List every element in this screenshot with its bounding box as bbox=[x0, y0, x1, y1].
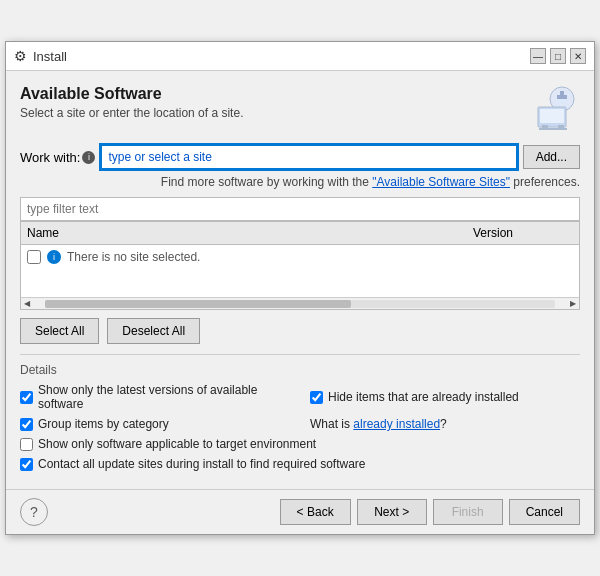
svg-rect-8 bbox=[557, 95, 567, 99]
horizontal-scrollbar-area: ◀ ▶ bbox=[21, 269, 579, 309]
svg-rect-2 bbox=[540, 109, 564, 123]
row-info-icon: i bbox=[47, 250, 61, 264]
col-version-header: Version bbox=[473, 226, 573, 240]
deselect-all-button[interactable]: Deselect All bbox=[107, 318, 200, 344]
page-subtitle: Select a site or enter the location of a… bbox=[20, 106, 243, 120]
checkbox-latest-versions[interactable] bbox=[20, 391, 33, 404]
checkbox-row-already-installed: What is already installed? bbox=[310, 417, 580, 431]
close-button[interactable]: ✕ bbox=[570, 48, 586, 64]
find-more-suffix: preferences. bbox=[510, 175, 580, 189]
checkbox-contact-update-sites-label: Contact all update sites during install … bbox=[38, 457, 366, 471]
scroll-thumb[interactable] bbox=[45, 300, 351, 308]
row-checkbox[interactable] bbox=[27, 250, 41, 264]
work-with-input[interactable] bbox=[101, 145, 516, 169]
title-bar-left: ⚙ Install bbox=[14, 48, 67, 64]
header-text: Available Software Select a site or ente… bbox=[20, 85, 243, 120]
checkbox-row-2: Hide items that are already installed bbox=[310, 383, 580, 411]
checkbox-group-by-category-label: Group items by category bbox=[38, 417, 169, 431]
svg-rect-3 bbox=[542, 125, 548, 128]
svg-rect-4 bbox=[558, 125, 564, 128]
finish-button[interactable]: Finish bbox=[433, 499, 503, 525]
select-all-button[interactable]: Select All bbox=[20, 318, 99, 344]
work-with-label: Work with: i bbox=[20, 150, 95, 165]
col-name-header: Name bbox=[27, 226, 473, 240]
find-more-row: Find more software by working with the "… bbox=[20, 175, 580, 189]
title-bar: ⚙ Install — □ ✕ bbox=[6, 42, 594, 71]
maximize-button[interactable]: □ bbox=[550, 48, 566, 64]
footer: ? < Back Next > Finish Cancel bbox=[6, 489, 594, 534]
header-icon bbox=[532, 85, 580, 133]
scroll-track bbox=[45, 300, 555, 308]
main-content: Available Software Select a site or ente… bbox=[6, 71, 594, 489]
already-installed-link[interactable]: already installed bbox=[353, 417, 440, 431]
table-row: i There is no site selected. bbox=[21, 245, 579, 269]
software-table: Name Version i There is no site selected… bbox=[20, 221, 580, 310]
help-button[interactable]: ? bbox=[20, 498, 48, 526]
details-section: Details Show only the latest versions of… bbox=[20, 363, 580, 471]
footer-buttons: < Back Next > Finish Cancel bbox=[280, 499, 580, 525]
window-title: Install bbox=[33, 49, 67, 64]
scroll-left-btn[interactable]: ◀ bbox=[21, 299, 33, 308]
svg-rect-5 bbox=[539, 128, 567, 130]
checkbox-contact-update-sites[interactable] bbox=[20, 458, 33, 471]
back-button[interactable]: < Back bbox=[280, 499, 351, 525]
selection-buttons: Select All Deselect All bbox=[20, 310, 580, 352]
scroll-right-btn[interactable]: ▶ bbox=[567, 299, 579, 308]
title-bar-controls: — □ ✕ bbox=[530, 48, 586, 64]
find-more-text: Find more software by working with the bbox=[161, 175, 372, 189]
separator bbox=[20, 354, 580, 355]
checkbox-row-5: Contact all update sites during install … bbox=[20, 457, 580, 471]
empty-row-label: There is no site selected. bbox=[67, 250, 200, 264]
cancel-button[interactable]: Cancel bbox=[509, 499, 580, 525]
install-window: ⚙ Install — □ ✕ Available Software Selec… bbox=[5, 41, 595, 535]
checkbox-target-environment-label: Show only software applicable to target … bbox=[38, 437, 316, 451]
work-with-row: Work with: i Add... bbox=[20, 145, 580, 169]
table-header: Name Version bbox=[21, 222, 579, 245]
checkbox-hide-installed[interactable] bbox=[310, 391, 323, 404]
checkboxes-grid: Show only the latest versions of availab… bbox=[20, 383, 580, 471]
checkbox-group-by-category[interactable] bbox=[20, 418, 33, 431]
add-button[interactable]: Add... bbox=[523, 145, 580, 169]
checkbox-hide-installed-label: Hide items that are already installed bbox=[328, 390, 519, 404]
minimize-button[interactable]: — bbox=[530, 48, 546, 64]
next-button[interactable]: Next > bbox=[357, 499, 427, 525]
checkbox-row-1: Show only the latest versions of availab… bbox=[20, 383, 290, 411]
checkbox-row-3: Group items by category bbox=[20, 417, 290, 431]
work-with-info-icon[interactable]: i bbox=[82, 151, 95, 164]
page-title: Available Software bbox=[20, 85, 243, 103]
checkbox-target-environment[interactable] bbox=[20, 438, 33, 451]
software-icon bbox=[532, 85, 580, 133]
checkbox-row-4: Show only software applicable to target … bbox=[20, 437, 580, 451]
filter-input[interactable] bbox=[20, 197, 580, 221]
work-with-text: Work with: bbox=[20, 150, 80, 165]
horizontal-scrollbar[interactable]: ◀ ▶ bbox=[21, 297, 579, 309]
window-icon: ⚙ bbox=[14, 48, 27, 64]
available-software-sites-link[interactable]: "Available Software Sites" bbox=[372, 175, 510, 189]
checkbox-latest-versions-label: Show only the latest versions of availab… bbox=[38, 383, 290, 411]
help-icon: ? bbox=[30, 504, 38, 520]
details-label: Details bbox=[20, 363, 580, 377]
header-section: Available Software Select a site or ente… bbox=[20, 85, 580, 133]
what-is-label: What is already installed? bbox=[310, 417, 447, 431]
